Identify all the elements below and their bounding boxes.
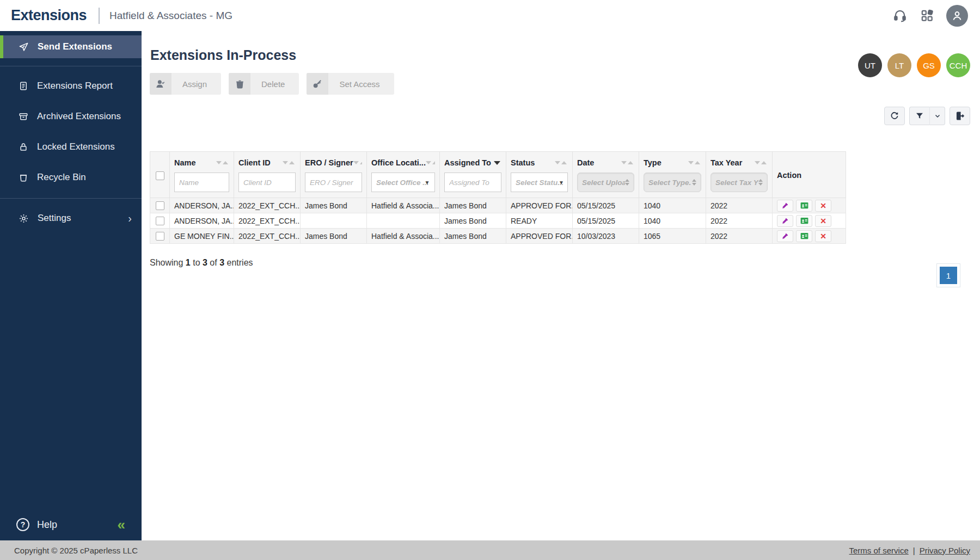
- column-header-office-location[interactable]: Office Locati... Select Office ...▼: [367, 152, 440, 198]
- delete-button-label: Delete: [250, 79, 299, 89]
- column-header-name[interactable]: Name: [170, 152, 234, 198]
- refresh-icon: [890, 111, 899, 121]
- cell-ero-signer: [301, 213, 367, 229]
- page-1-button[interactable]: 1: [940, 267, 957, 284]
- table-row[interactable]: ANDERSON, JA... 2022_EXT_CCH... James Bo…: [150, 198, 846, 213]
- send-rocket-button[interactable]: [777, 230, 793, 242]
- table-row[interactable]: GE MONEY FIN... 2022_EXT_CCH... James Bo…: [150, 229, 846, 244]
- select-all-checkbox[interactable]: [156, 171, 164, 180]
- table-row[interactable]: ANDERSON, JA... 2022_EXT_CCH... James Bo…: [150, 213, 846, 229]
- privacy-policy-link[interactable]: Privacy Policy: [920, 546, 970, 555]
- sort-icon-active[interactable]: [494, 161, 501, 165]
- sidebar-item-label: Send Extensions: [38, 41, 112, 52]
- cell-name: ANDERSON, JA...: [170, 213, 234, 229]
- cell-type: 1065: [639, 229, 706, 244]
- help-label[interactable]: Help: [37, 519, 57, 531]
- header-actions: [892, 5, 968, 27]
- dropdown-caret-icon: ▼: [425, 180, 430, 186]
- sort-icons[interactable]: [621, 161, 634, 164]
- collapse-sidebar-icon[interactable]: «: [118, 518, 125, 532]
- delete-button[interactable]: Delete: [229, 73, 299, 95]
- office-filter-select[interactable]: Select Office ...▼: [371, 173, 435, 192]
- gear-icon: [19, 213, 29, 224]
- cell-ero-signer: James Bond: [301, 229, 367, 244]
- cell-client-id: 2022_EXT_CCH...: [234, 198, 301, 213]
- filter-button[interactable]: [909, 107, 930, 125]
- lock-icon: [19, 142, 28, 152]
- column-header-client-id[interactable]: Client ID: [234, 152, 301, 198]
- delete-x-button[interactable]: ✕: [815, 200, 831, 212]
- sidebar-item-extensions-report[interactable]: Extensions Report: [0, 74, 142, 98]
- page-title: Extensions In-Process: [150, 47, 970, 63]
- sort-icons[interactable]: [353, 161, 362, 164]
- user-menu-button[interactable]: [946, 5, 968, 27]
- cell-office: Hatfield & Associa...: [367, 198, 440, 213]
- status-filter-select[interactable]: Select Statu...▼: [511, 173, 568, 192]
- filter-menu-button[interactable]: [930, 107, 945, 125]
- column-header-type[interactable]: Type Select Type.: [639, 152, 706, 198]
- main-content: Extensions In-Process Assign: [142, 31, 980, 540]
- top-header: Extensions Hatfield & Associates - MG: [0, 0, 980, 31]
- row-checkbox[interactable]: [156, 217, 164, 225]
- terms-of-service-link[interactable]: Terms of service: [849, 546, 909, 555]
- spinner-icon: [692, 179, 697, 186]
- tax-year-filter-select: Select Tax Y: [710, 173, 768, 192]
- column-header-status[interactable]: Status Select Statu...▼: [506, 152, 573, 198]
- delete-x-button[interactable]: ✕: [815, 230, 831, 242]
- client-id-filter-input[interactable]: [238, 173, 296, 192]
- sidebar-item-label: Recycle Bin: [37, 172, 86, 183]
- sidebar-item-send-extensions[interactable]: Send Extensions: [0, 35, 142, 58]
- avatar-gs[interactable]: GS: [917, 53, 941, 77]
- avatar-lt[interactable]: LT: [887, 53, 911, 77]
- column-header-tax-year[interactable]: Tax Year Select Tax Y: [706, 152, 773, 198]
- filter-split-button: [909, 107, 945, 125]
- sidebar-item-label: Archived Extensions: [37, 111, 121, 122]
- cell-date: 10/03/2023: [573, 229, 639, 244]
- row-checkbox[interactable]: [156, 232, 164, 241]
- cell-office: [367, 213, 440, 229]
- contact-card-button[interactable]: [796, 200, 812, 212]
- trash-icon: [19, 173, 28, 182]
- row-checkbox[interactable]: [156, 201, 164, 210]
- filter-funnel-icon: [915, 112, 924, 120]
- cell-tax-year: 2022: [706, 213, 773, 229]
- delete-x-button[interactable]: ✕: [815, 215, 831, 227]
- sidebar-item-label: Extensions Report: [37, 81, 113, 91]
- support-headset-button[interactable]: [892, 8, 908, 24]
- sidebar-item-settings[interactable]: Settings ›: [0, 206, 142, 230]
- user-icon: [951, 9, 964, 22]
- sort-icons[interactable]: [555, 161, 568, 164]
- assigned-to-filter-input[interactable]: [444, 173, 501, 192]
- cell-name: GE MONEY FIN...: [170, 229, 234, 244]
- assign-button[interactable]: Assign: [150, 73, 221, 95]
- sidebar-item-archived-extensions[interactable]: Archived Extensions: [0, 104, 142, 128]
- send-rocket-button[interactable]: [777, 215, 793, 227]
- sidebar-item-locked-extensions[interactable]: Locked Extensions: [0, 135, 142, 159]
- sidebar-item-label: Settings: [38, 213, 71, 224]
- sort-icons[interactable]: [216, 161, 229, 164]
- column-header-ero-signer[interactable]: ERO / Signer: [301, 152, 367, 198]
- set-access-button[interactable]: Set Access: [307, 73, 394, 95]
- ero-signer-filter-input[interactable]: [305, 173, 362, 192]
- refresh-button[interactable]: [884, 107, 905, 125]
- name-filter-input[interactable]: [174, 173, 229, 192]
- sort-icons[interactable]: [688, 161, 701, 164]
- help-icon: ?: [16, 518, 29, 531]
- sort-icons[interactable]: [426, 161, 435, 164]
- chevron-right-icon: ›: [128, 212, 132, 225]
- sidebar-item-recycle-bin[interactable]: Recycle Bin: [0, 165, 142, 189]
- contact-card-button[interactable]: [796, 215, 812, 227]
- sort-icons[interactable]: [755, 161, 768, 164]
- column-header-date[interactable]: Date Select Uploa: [573, 152, 639, 198]
- column-header-assigned-to[interactable]: Assigned To: [440, 152, 506, 198]
- avatar-ut[interactable]: UT: [858, 53, 882, 77]
- dropdown-caret-icon: ▼: [559, 180, 564, 186]
- send-rocket-button[interactable]: [777, 200, 793, 212]
- avatar-cch[interactable]: CCH: [946, 53, 970, 77]
- apps-grid-button[interactable]: [919, 8, 935, 24]
- sidebar-item-label: Locked Extensions: [37, 141, 115, 152]
- sort-icons[interactable]: [283, 161, 296, 164]
- contact-card-button[interactable]: [796, 230, 812, 242]
- cell-tax-year: 2022: [706, 198, 773, 213]
- export-button[interactable]: [950, 107, 970, 125]
